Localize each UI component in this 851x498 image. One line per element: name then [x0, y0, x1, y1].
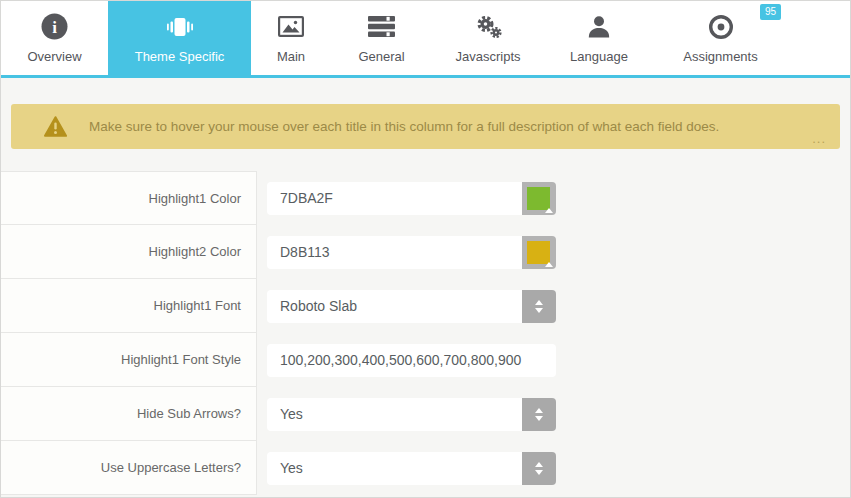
field-label: Highlight1 Color — [1, 171, 257, 225]
form-row-highlight1-font-style: Highlight1 Font Style — [1, 333, 850, 387]
hide-sub-arrows-select[interactable]: Yes — [267, 398, 556, 431]
field-label: Highlight2 Color — [1, 225, 257, 279]
highlight1-color-field — [267, 182, 556, 215]
field-label-text: Highlight2 Color — [149, 244, 242, 259]
form-row-highlight1-font: Highlight1 Font Roboto Slab — [1, 279, 850, 333]
caret-down-icon — [535, 308, 543, 313]
field-label: Hide Sub Arrows? — [1, 387, 257, 441]
field-label: Highlight1 Font — [1, 279, 257, 333]
select-value: Yes — [267, 452, 522, 485]
tab-label: Assignments — [683, 49, 757, 64]
image-icon — [278, 13, 304, 41]
gears-icon — [475, 13, 502, 41]
field-label-text: Highlight1 Font Style — [121, 352, 241, 367]
carousel-icon — [165, 13, 195, 41]
use-uppercase-letters-select[interactable]: Yes — [267, 452, 556, 485]
highlight1-color-input[interactable] — [267, 182, 522, 215]
field-label-text: Highlight1 Color — [149, 191, 242, 206]
info-icon: i — [41, 13, 68, 41]
form-row-use-uppercase-letters: Use Uppercase Letters? Yes — [1, 441, 850, 495]
field-label: Highlight1 Font Style — [1, 333, 257, 387]
select-spinner-icon — [522, 398, 556, 431]
highlight1-color-swatch-button[interactable] — [522, 182, 556, 215]
caret-up-icon — [535, 300, 543, 305]
tab-label: Javascripts — [455, 49, 520, 64]
user-icon — [587, 13, 611, 41]
highlight1-font-style-field — [267, 344, 556, 377]
select-value: Yes — [267, 398, 522, 431]
field-label-text: Hide Sub Arrows? — [137, 406, 241, 421]
tab-language[interactable]: Language — [544, 1, 654, 75]
target-icon — [708, 13, 734, 41]
notification-badge: 95 — [760, 4, 781, 20]
tab-theme-specific[interactable]: Theme Specific — [108, 1, 251, 75]
swatch-caret-icon — [545, 208, 553, 213]
highlight1-font-style-input[interactable] — [267, 344, 556, 377]
caret-up-icon — [535, 462, 543, 467]
field-label: Use Uppercase Letters? — [1, 441, 257, 495]
tab-label: Overview — [27, 49, 81, 64]
tab-overview[interactable]: i Overview — [1, 1, 108, 75]
warning-banner: Make sure to hover your mouse over each … — [11, 104, 840, 149]
caret-up-icon — [535, 408, 543, 413]
color-swatch — [527, 187, 550, 210]
highlight1-font-select[interactable]: Roboto Slab — [267, 290, 556, 323]
svg-text:i: i — [52, 18, 57, 37]
tab-assignments[interactable]: 95 Assignments — [654, 1, 787, 75]
select-value: Roboto Slab — [267, 290, 522, 323]
tab-javascripts[interactable]: Javascripts — [432, 1, 544, 75]
highlight2-color-input[interactable] — [267, 236, 522, 269]
tab-label: General — [358, 49, 404, 64]
banner-message: Make sure to hover your mouse over each … — [89, 119, 719, 134]
tab-label: Main — [277, 49, 305, 64]
tab-bar: i Overview Theme Specific — [1, 1, 850, 78]
select-spinner-icon — [522, 290, 556, 323]
form-row-highlight1-color: Highlight1 Color — [1, 171, 850, 225]
swatch-caret-icon — [545, 262, 553, 267]
field-label-text: Use Uppercase Letters? — [101, 460, 241, 475]
caret-down-icon — [535, 470, 543, 475]
tab-label: Theme Specific — [135, 49, 225, 64]
banner-ellipsis: ... — [812, 131, 826, 146]
theme-settings-page: i Overview Theme Specific — [0, 0, 851, 498]
form-row-highlight2-color: Highlight2 Color — [1, 225, 850, 279]
tab-main[interactable]: Main — [251, 1, 331, 75]
warning-triangle-icon — [44, 116, 67, 137]
tab-general[interactable]: General — [331, 1, 432, 75]
highlight2-color-field — [267, 236, 556, 269]
select-spinner-icon — [522, 452, 556, 485]
server-icon — [368, 13, 395, 41]
settings-form: Highlight1 Color Highlight2 Color — [1, 171, 850, 495]
color-swatch — [527, 241, 550, 264]
tab-label: Language — [570, 49, 628, 64]
form-row-hide-sub-arrows: Hide Sub Arrows? Yes — [1, 387, 850, 441]
highlight2-color-swatch-button[interactable] — [522, 236, 556, 269]
caret-down-icon — [535, 416, 543, 421]
field-label-text: Highlight1 Font — [154, 298, 241, 313]
